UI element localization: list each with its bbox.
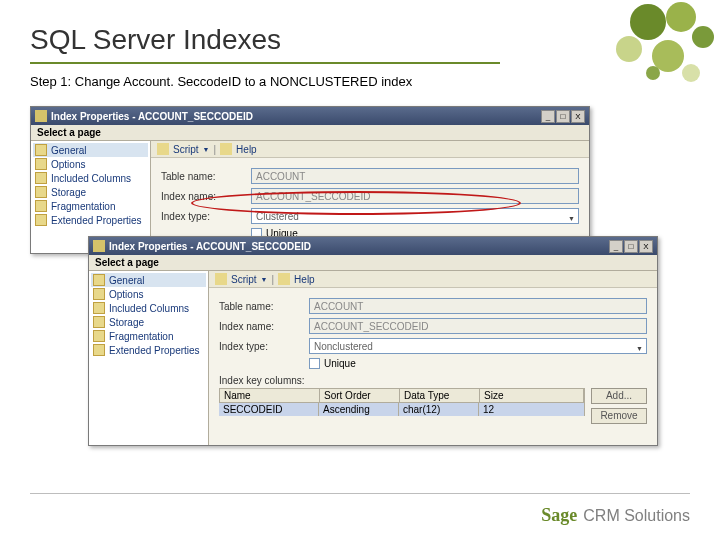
select-a-page-label: Select a page [89,255,657,271]
sidebar-item-storage[interactable]: Storage [33,185,148,199]
col-size-header[interactable]: Size [480,389,584,402]
page-icon [93,302,105,314]
sidebar-item-general[interactable]: General [91,273,206,287]
titlebar[interactable]: Index Properties - ACCOUNT_SECCODEID _ □… [31,107,589,125]
page-icon [35,158,47,170]
footer-logo: Sage CRM Solutions [541,505,690,526]
slide-title: SQL Server Indexes [30,24,281,56]
script-button[interactable]: Script [173,144,199,155]
sidebar-item-label: Storage [109,317,144,328]
cell-sort: Ascending [319,403,399,416]
sidebar-item-fragmentation[interactable]: Fragmentation [91,329,206,343]
sidebar-item-fragmentation[interactable]: Fragmentation [33,199,148,213]
index-name-label: Index name: [219,321,309,332]
sidebar-item-label: Storage [51,187,86,198]
sidebar-item-included-columns[interactable]: Included Columns [91,301,206,315]
table-name-field: ACCOUNT [251,168,579,184]
decorative-dots [520,0,720,120]
sidebar-item-label: General [51,145,87,156]
dialog-toolbar: Script ▼ | Help [151,141,589,158]
maximize-button[interactable]: □ [624,240,638,253]
page-icon [93,330,105,342]
title-underline [30,62,500,64]
sidebar-item-options[interactable]: Options [91,287,206,301]
key-column-row[interactable]: SECCODEID Ascending char(12) 12 [219,403,585,416]
help-icon [220,143,232,155]
cell-dtype: char(12) [399,403,479,416]
col-name-header[interactable]: Name [220,389,320,402]
window-title: Index Properties - ACCOUNT_SECCODEID [109,241,609,252]
add-button[interactable]: Add... [591,388,647,404]
sidebar-item-general[interactable]: General [33,143,148,157]
index-type-dropdown[interactable]: Nonclustered [309,338,647,354]
sidebar-item-label: Included Columns [109,303,189,314]
index-name-field: ACCOUNT_SECCODEID [251,188,579,204]
sidebar-item-label: Extended Properties [51,215,142,226]
table-name-label: Table name: [219,301,309,312]
script-icon [157,143,169,155]
help-icon [278,273,290,285]
table-name-field: ACCOUNT [309,298,647,314]
titlebar[interactable]: Index Properties - ACCOUNT_SECCODEID _ □… [89,237,657,255]
index-type-label: Index type: [161,211,251,222]
sidebar-item-extended-properties[interactable]: Extended Properties [91,343,206,357]
col-dtype-header[interactable]: Data Type [400,389,480,402]
dialog-content: Table name:ACCOUNT Index name:ACCOUNT_SE… [209,288,657,445]
col-sort-header[interactable]: Sort Order [320,389,400,402]
index-type-dropdown[interactable]: Clustered [251,208,579,224]
index-properties-dialog-clustered: Index Properties - ACCOUNT_SECCODEID _ □… [30,106,590,254]
index-name-field: ACCOUNT_SECCODEID [309,318,647,334]
script-icon [215,273,227,285]
page-icon [35,200,47,212]
sidebar-item-extended-properties[interactable]: Extended Properties [33,213,148,227]
footer-rule [30,493,690,494]
sidebar-item-label: General [109,275,145,286]
index-properties-dialog-nonclustered: Index Properties - ACCOUNT_SECCODEID _ □… [88,236,658,446]
script-button[interactable]: Script [231,274,257,285]
window-title: Index Properties - ACCOUNT_SECCODEID [51,111,541,122]
page-icon [35,144,47,156]
page-icon [93,274,105,286]
brand-sage: Sage [541,505,577,526]
step-text: Step 1: Change Account. SeccodeID to a N… [30,74,412,89]
cell-name: SECCODEID [219,403,319,416]
unique-label: Unique [324,358,356,369]
sidebar-item-label: Fragmentation [109,331,173,342]
sidebar-item-label: Included Columns [51,173,131,184]
unique-checkbox[interactable] [309,358,320,369]
key-columns-label: Index key columns: [219,375,647,386]
brand-crm: CRM Solutions [583,507,690,525]
app-icon [35,110,47,122]
maximize-button[interactable]: □ [556,110,570,123]
page-icon [93,316,105,328]
sidebar-item-included-columns[interactable]: Included Columns [33,171,148,185]
page-icon [35,172,47,184]
help-button[interactable]: Help [294,274,315,285]
sidebar-item-label: Extended Properties [109,345,200,356]
close-button[interactable]: X [571,110,585,123]
cell-size: 12 [479,403,585,416]
close-button[interactable]: X [639,240,653,253]
table-name-label: Table name: [161,171,251,182]
remove-button[interactable]: Remove [591,408,647,424]
index-name-label: Index name: [161,191,251,202]
sidebar-item-label: Options [109,289,143,300]
help-button[interactable]: Help [236,144,257,155]
key-columns-header: Name Sort Order Data Type Size [219,388,585,403]
sidebar-item-label: Fragmentation [51,201,115,212]
dialog-toolbar: Script ▼ | Help [209,271,657,288]
minimize-button[interactable]: _ [609,240,623,253]
page-icon [35,186,47,198]
page-sidebar: General Options Included Columns Storage… [89,271,209,445]
page-icon [93,344,105,356]
sidebar-item-options[interactable]: Options [33,157,148,171]
sidebar-item-storage[interactable]: Storage [91,315,206,329]
page-icon [35,214,47,226]
app-icon [93,240,105,252]
page-icon [93,288,105,300]
sidebar-item-label: Options [51,159,85,170]
minimize-button[interactable]: _ [541,110,555,123]
index-type-label: Index type: [219,341,309,352]
select-a-page-label: Select a page [31,125,589,141]
